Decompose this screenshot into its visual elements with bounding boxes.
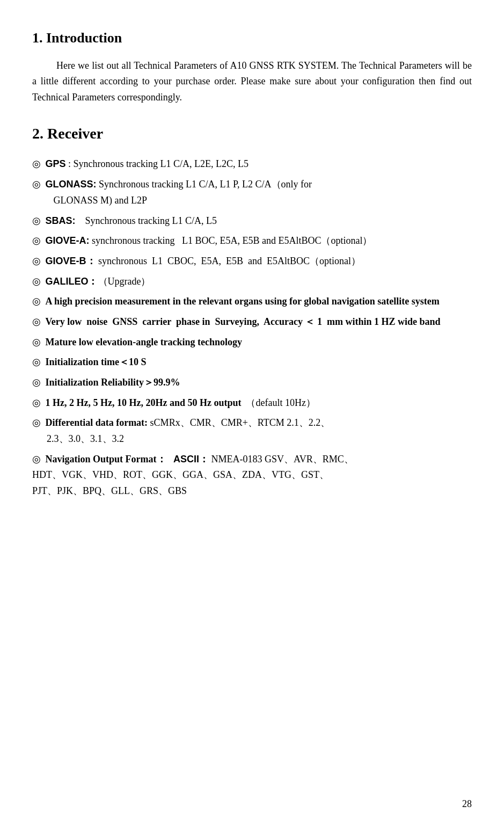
list-item: ◎ GIOVE-B： synchronous L1 CBOC, E5A, E5B…	[32, 253, 472, 270]
item-text: synchronous L1 CBOC, E5A, E5B and E5AltB…	[96, 256, 361, 266]
item-keyword: 1 Hz, 2 Hz, 5 Hz, 10 Hz, 20Hz and 50 Hz …	[46, 397, 242, 408]
bullet-icon: ◎	[32, 276, 41, 287]
list-item: ◎ A high precision measurement in the re…	[32, 294, 472, 310]
item-keyword-nav: Navigation Output Format：	[46, 454, 166, 464]
item-keyword: GIOVE-A:	[46, 235, 90, 246]
list-item: ◎ GLONASS: Synchronous tracking L1 C/A, …	[32, 177, 472, 208]
section2-title: 2. Receiver	[32, 122, 472, 146]
item-text: Synchronous tracking L1 C/A, L5	[76, 215, 217, 226]
list-item: ◎ GALILEO：（Upgrade）	[32, 274, 472, 290]
bullet-icon: ◎	[32, 357, 41, 367]
item-text: synchronous tracking L1 BOC, E5A, E5B an…	[90, 235, 372, 246]
list-item: ◎ GIOVE-A: synchronous tracking L1 BOC, …	[32, 233, 472, 249]
item-continuation: 2.3、3.0、3.1、3.2	[32, 431, 472, 447]
item-keyword: Initialization time＜10 S	[46, 357, 147, 367]
item-text: （Upgrade）	[98, 276, 151, 287]
list-item: ◎ Initialization time＜10 S	[32, 354, 472, 371]
item-keyword: Initialization Reliability＞99.9%	[46, 377, 180, 388]
bullet-icon: ◎	[32, 235, 41, 246]
item-text: （default 10Hz）	[241, 397, 315, 408]
bullet-icon: ◎	[32, 179, 41, 190]
item-keyword: Differential data format:	[46, 417, 148, 428]
bullet-icon: ◎	[32, 256, 41, 266]
list-item: ◎ Differential data format: sCMRx、CMR、CM…	[32, 415, 472, 447]
list-item: ◎ Very low noise GNSS carrier phase in S…	[32, 314, 472, 330]
item-keyword: A high precision measurement in the rele…	[46, 296, 440, 307]
list-item: ◎ Initialization Reliability＞99.9%	[32, 375, 472, 391]
item-continuation-nav: HDT、VGK、VHD、ROT、GGK、GGA、GSA、ZDA、VTG、GST、…	[32, 467, 472, 499]
item-keyword: Mature low elevation-angle tracking tech…	[46, 337, 243, 347]
list-item: ◎ 1 Hz, 2 Hz, 5 Hz, 10 Hz, 20Hz and 50 H…	[32, 395, 472, 411]
item-text: : Synchronous tracking L1 C/A, L2E, L2C,…	[66, 158, 249, 169]
bullet-icon: ◎	[32, 377, 41, 388]
item-keyword: GIOVE-B：	[46, 256, 96, 266]
item-keyword: GALILEO：	[46, 276, 98, 287]
list-item: ◎ GPS : Synchronous tracking L1 C/A, L2E…	[32, 156, 472, 172]
bullet-icon: ◎	[32, 158, 41, 169]
section1-title: 1. Introduction	[32, 27, 472, 49]
item-keyword: SBAS:	[46, 215, 76, 226]
item-continuation: GLONASS M) and L2P	[32, 193, 472, 209]
page-number: 28	[462, 796, 472, 812]
intro-paragraph: Here we list out all Technical Parameter…	[32, 58, 472, 106]
item-keyword: GPS	[46, 158, 66, 169]
bullet-icon: ◎	[32, 417, 41, 428]
list-item: ◎ Mature low elevation-angle tracking te…	[32, 335, 472, 351]
item-text: Synchronous tracking L1 C/A, L1 P, L2 C/…	[32, 179, 472, 208]
bullet-icon: ◎	[32, 316, 41, 327]
bullet-icon: ◎	[32, 337, 41, 347]
bullet-icon: ◎	[32, 296, 41, 307]
list-item-nav-output: ◎ Navigation Output Format： ASCII： NMEA-…	[32, 452, 472, 499]
item-keyword: GLONASS:	[46, 179, 97, 190]
receiver-list: ◎ GPS : Synchronous tracking L1 C/A, L2E…	[32, 156, 472, 499]
bullet-icon: ◎	[32, 454, 41, 464]
item-keyword: Very low noise GNSS carrier phase in Sur…	[46, 316, 441, 327]
list-item: ◎ SBAS: Synchronous tracking L1 C/A, L5	[32, 213, 472, 229]
bullet-icon: ◎	[32, 215, 41, 226]
bullet-icon: ◎	[32, 397, 41, 408]
